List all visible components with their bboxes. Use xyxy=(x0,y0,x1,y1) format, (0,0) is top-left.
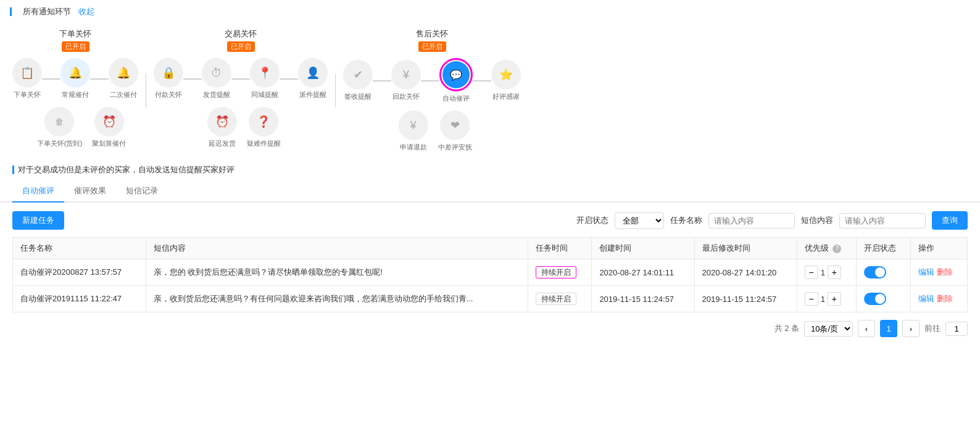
task-name-cell: 自动催评20191115 11:22:47 xyxy=(13,286,146,312)
group-divider-2 xyxy=(335,73,336,107)
connector xyxy=(231,78,250,80)
node-city-remind-circle: 📍 xyxy=(250,58,280,88)
connector xyxy=(90,78,109,80)
group-order-nodes: 📋 下单关怀 🔔 常规催付 🔔 二次催付 xyxy=(12,58,138,99)
node-sign-remind[interactable]: ✔ 签收提醒 xyxy=(343,60,373,101)
top-bar-title: 所有通知环节 xyxy=(23,6,71,17)
node-apply-refund-circle: ¥ xyxy=(399,111,428,140)
priority-info-icon[interactable]: ? xyxy=(833,245,841,253)
node-pay-care[interactable]: 🔒 付款关怀 xyxy=(154,58,183,99)
node-ship-remind-circle: ⏱ xyxy=(202,58,231,88)
node-refund-care-circle: ¥ xyxy=(391,60,421,90)
group-trade-title: 交易关怀 xyxy=(225,28,257,40)
data-table: 任务名称 短信内容 任务时间 创建时间 最后修改时间 优先级 ? 开启状态 操作… xyxy=(12,237,968,312)
node-order-arrival[interactable]: 🗑 下单关怀(货到) xyxy=(37,107,82,148)
flow-group-aftersale: 售后关怀 已开启 ✔ 签收提醒 ¥ 回款关怀 💬 自动催评 xyxy=(343,28,521,152)
priority-value: 1 xyxy=(821,295,825,304)
edit-button[interactable]: 编辑 xyxy=(918,293,934,304)
delete-button[interactable]: 删除 xyxy=(937,293,953,304)
group-order-badge: 已开启 xyxy=(62,41,89,52)
connector xyxy=(183,78,202,80)
node-city-remind-label: 同城提醒 xyxy=(251,90,278,99)
connector xyxy=(280,78,298,80)
group-trade-nodes: 🔒 付款关怀 ⏱ 发货提醒 📍 同城提醒 👤 派件提醒 xyxy=(154,58,328,99)
node-order-arrival-label: 下单关怀(货到) xyxy=(37,139,82,148)
node-auto-urge-highlight: 💬 xyxy=(439,58,473,91)
toggle-switch[interactable] xyxy=(864,293,886,305)
new-task-button[interactable]: 新建任务 xyxy=(12,211,64,230)
node-timed-pay[interactable]: ⏰ 聚划算催付 xyxy=(92,107,126,148)
collapse-button[interactable]: 收起 xyxy=(78,6,94,17)
section-description: 对于交易成功但是未评价的买家，自动发送短信提醒买家好评 xyxy=(0,157,980,180)
node-good-review[interactable]: ⭐ 好评感谢 xyxy=(491,60,521,101)
priority-minus-button[interactable]: − xyxy=(805,266,818,279)
priority-value: 1 xyxy=(821,268,825,277)
col-priority: 优先级 ? xyxy=(797,238,857,259)
edit-button[interactable]: 编辑 xyxy=(918,267,934,278)
priority-plus-button[interactable]: + xyxy=(828,266,841,279)
group-order-title: 下单关怀 xyxy=(59,28,91,40)
priority-controls: − 1 + xyxy=(805,292,849,306)
toggle-switch[interactable] xyxy=(864,266,886,278)
node-good-review-circle: ⭐ xyxy=(491,60,521,90)
node-problem-remind[interactable]: ❓ 疑难件提醒 xyxy=(247,107,281,148)
connector xyxy=(42,78,60,80)
prev-page-button[interactable]: ‹ xyxy=(858,320,875,337)
task-time-cell: 持续开启 xyxy=(528,286,592,312)
page-goto-input[interactable] xyxy=(945,322,968,336)
node-regular-urge[interactable]: 🔔 常规催付 xyxy=(60,58,90,99)
col-actions: 操作 xyxy=(911,238,968,259)
task-time-badge: 持续开启 xyxy=(536,266,576,278)
task-time-badge: 持续开启 xyxy=(536,293,576,305)
next-page-button[interactable]: › xyxy=(902,320,920,337)
page-size-select[interactable]: 10条/页 20条/页 50条/页 xyxy=(804,321,853,337)
query-button[interactable]: 查询 xyxy=(932,211,968,230)
delete-button[interactable]: 删除 xyxy=(937,267,953,278)
priority-plus-button[interactable]: + xyxy=(828,292,841,306)
node-order-care-label: 下单关怀 xyxy=(14,90,41,99)
flow-group-trade: 交易关怀 已开启 🔒 付款关怀 ⏱ 发货提醒 📍 同城提醒 👤 派件提醒 xyxy=(154,28,328,148)
toolbar-filters: 开启状态 全部 已开启 已关闭 任务名称 短信内容 查询 xyxy=(576,211,968,230)
sms-content-input[interactable] xyxy=(839,213,926,228)
status-select[interactable]: 全部 已开启 已关闭 xyxy=(615,212,664,229)
node-second-urge-label: 二次催付 xyxy=(110,90,137,99)
group-aftersale-title: 售后关怀 xyxy=(416,28,448,40)
task-name-input[interactable] xyxy=(708,213,795,228)
tab-auto-urge[interactable]: 自动催评 xyxy=(12,180,64,203)
last-modify-cell: 2020-08-27 14:01:20 xyxy=(694,259,797,286)
node-dispatch-remind[interactable]: 👤 派件提醒 xyxy=(298,58,328,99)
top-bar: 所有通知环节 收起 xyxy=(0,0,980,23)
priority-minus-button[interactable]: − xyxy=(805,292,818,306)
tab-sms-record[interactable]: 短信记录 xyxy=(116,180,168,203)
col-task-time: 任务时间 xyxy=(528,238,592,259)
node-refund-care[interactable]: ¥ 回款关怀 xyxy=(391,60,421,101)
tabs-row: 自动催评 催评效果 短信记录 xyxy=(0,180,980,203)
create-time-cell: 2019-11-15 11:24:57 xyxy=(592,286,694,312)
node-apply-refund[interactable]: ¥ 申请退款 xyxy=(399,111,428,152)
action-cell: 编辑 删除 xyxy=(911,259,968,286)
toolbar-row: 新建任务 开启状态 全部 已开启 已关闭 任务名称 短信内容 查询 xyxy=(0,211,980,237)
group-aftersale-subnodes: ¥ 申请退款 ❤ 中差评安抚 xyxy=(392,111,472,152)
priority-cell: − 1 + xyxy=(797,259,857,286)
node-second-urge[interactable]: 🔔 二次催付 xyxy=(109,58,138,99)
node-regular-urge-label: 常规催付 xyxy=(62,90,89,99)
task-name-label: 任务名称 xyxy=(670,215,702,226)
goto-label: 前往 xyxy=(924,323,941,334)
data-table-section: 任务名称 短信内容 任务时间 创建时间 最后修改时间 优先级 ? 开启状态 操作… xyxy=(0,237,980,312)
node-ship-remind[interactable]: ⏱ 发货提醒 xyxy=(202,58,231,99)
node-mid-review[interactable]: ❤ 中差评安抚 xyxy=(438,111,472,152)
node-delay-ship[interactable]: ⏰ 延迟发货 xyxy=(207,107,237,148)
node-city-remind[interactable]: 📍 同城提醒 xyxy=(250,58,280,99)
task-time-cell: 持续开启 xyxy=(528,259,592,286)
page-1-button[interactable]: 1 xyxy=(880,320,897,337)
col-last-modify: 最后修改时间 xyxy=(694,238,797,259)
tab-urge-effect[interactable]: 催评效果 xyxy=(64,180,116,203)
table-row: 自动催评20200827 13:57:57 亲，您的 收到货后您还满意吗？请尽快… xyxy=(13,259,968,286)
node-order-care[interactable]: 📋 下单关怀 xyxy=(12,58,42,99)
total-count: 共 2 条 xyxy=(774,323,799,334)
node-second-urge-circle: 🔔 xyxy=(109,58,138,88)
node-auto-urge[interactable]: 💬 自动催评 xyxy=(439,58,473,103)
node-problem-remind-circle: ❓ xyxy=(249,107,278,136)
node-order-care-circle: 📋 xyxy=(12,58,42,88)
node-regular-urge-circle: 🔔 xyxy=(60,58,90,88)
